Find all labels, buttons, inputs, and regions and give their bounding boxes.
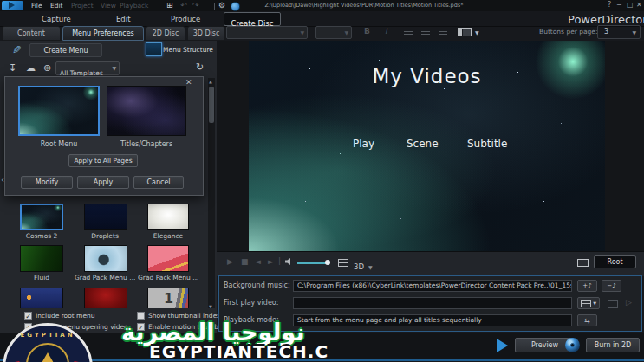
disc-menu-preview[interactable]: My Videos Play Scene Subtitle xyxy=(249,41,605,251)
watermark-logo-arc-text: EGYPTIAN xyxy=(5,332,90,339)
pencil-icon: ✎ xyxy=(12,43,22,56)
volume-slider-knob[interactable] xyxy=(325,260,330,265)
settings-gear-icon[interactable]: ⚙ xyxy=(218,1,225,10)
menu-item-play[interactable]: Play xyxy=(353,138,374,150)
modify-label: Modify xyxy=(36,178,59,186)
checkbox-include-root-menu[interactable]: ✓ xyxy=(24,312,32,320)
buttons-per-page-dropdown[interactable]: 3 ▼ xyxy=(597,25,641,39)
menu-structure-button[interactable]: Menu Structure xyxy=(163,43,213,57)
font-size-dropdown: ▼ xyxy=(315,26,352,39)
tab-2d-disc[interactable]: 2D Disc xyxy=(146,26,185,41)
help-button[interactable]: ? xyxy=(608,1,611,9)
mode-tab-edit[interactable]: Edit xyxy=(116,15,130,23)
menu-view: View xyxy=(101,2,116,10)
playback-mode-input[interactable]: Start from the menu page and play all ti… xyxy=(293,314,572,326)
apply-label: Apply xyxy=(94,178,114,186)
close-button[interactable]: ✕ xyxy=(636,1,642,9)
first-play-video-input[interactable] xyxy=(293,297,572,309)
button-style-icon[interactable] xyxy=(458,28,472,36)
room-indicator xyxy=(205,3,215,10)
add-music-button[interactable]: +♪ xyxy=(577,280,597,292)
popup-thumb-root-menu[interactable] xyxy=(18,86,100,136)
cloud-icon[interactable]: ☁ xyxy=(26,62,36,74)
background-music-input[interactable]: C:\Program Files (x86)\CyberLink\templat… xyxy=(293,280,572,292)
popup-thumb-titles-chapters[interactable] xyxy=(107,86,186,136)
background-music-label: Background music: xyxy=(224,281,290,289)
menu-item-scene[interactable]: Scene xyxy=(407,138,439,150)
display-mode-icon[interactable] xyxy=(338,259,348,267)
template-thumb-gradpack2[interactable] xyxy=(147,245,189,272)
import-template-icon[interactable]: ↧ xyxy=(9,62,16,74)
playback-mode-button[interactable]: ⇆ xyxy=(577,314,597,326)
window-title: Z:\Upload\JDawe\Highlight Videos\PDR\Mot… xyxy=(260,2,468,9)
fullscreen-icon[interactable] xyxy=(577,259,589,267)
divider: | xyxy=(278,256,281,265)
create-menu-button[interactable]: Create Menu xyxy=(29,43,102,57)
menu-playback: Playback xyxy=(120,2,148,10)
mode-switch-icon: ⇆ xyxy=(584,317,590,325)
template-thumb-fluid[interactable] xyxy=(20,245,63,272)
preview-play-icon xyxy=(497,339,508,352)
3d-toggle[interactable]: 3D ▼ xyxy=(354,256,373,273)
app-logo-glyph xyxy=(9,2,15,9)
template-thumb-cosmos2[interactable] xyxy=(20,204,63,230)
tab-content-label: Content xyxy=(17,29,45,37)
apply-to-all-pages-button[interactable]: Apply to All Pages xyxy=(68,154,138,167)
cancel-label: Cancel xyxy=(146,178,170,186)
directorzone-icon[interactable]: ⊛ xyxy=(43,62,51,74)
menu-file[interactable]: File xyxy=(31,2,42,10)
popup-close-icon[interactable]: ✕ xyxy=(185,78,192,87)
template-thumb-elegance[interactable] xyxy=(147,204,189,230)
select-first-play-button[interactable]: ▼ xyxy=(577,297,600,309)
popup-thumb-label: Root Menu xyxy=(29,140,89,148)
template-thumb-droplets[interactable] xyxy=(84,204,127,230)
refresh-icon[interactable]: ↻ xyxy=(196,61,204,73)
pyramid-icon xyxy=(35,352,61,362)
countdown-digit: 1 xyxy=(164,290,173,307)
account-icon[interactable] xyxy=(231,2,240,11)
capture-screen-icon[interactable]: ⊞ xyxy=(166,1,173,10)
template-filter-dropdown[interactable]: All Templates ▼ xyxy=(55,61,120,75)
template-thumb-gradpack1[interactable] xyxy=(84,245,127,272)
popup-thumb-label: Titles/Chapters xyxy=(116,140,177,148)
cancel-button[interactable]: Cancel xyxy=(133,176,184,189)
scrollbar-thumb[interactable] xyxy=(209,87,214,123)
mode-tab-capture[interactable]: Capture xyxy=(42,15,71,23)
menu-item-subtitle[interactable]: Subtitle xyxy=(467,138,507,150)
scroll-up-icon[interactable]: ▲ xyxy=(209,79,212,84)
button-style-chevron-icon[interactable]: ▼ xyxy=(475,29,479,36)
align-left-icon xyxy=(404,29,413,36)
tab-menu-preferences[interactable]: Menu Preferences xyxy=(62,26,144,41)
mode-tab-produce[interactable]: Produce xyxy=(171,15,200,23)
template-label: Grad Pack Menu ... xyxy=(138,274,198,281)
tab-menu-preferences-label: Menu Preferences xyxy=(72,29,134,37)
remove-music-button[interactable]: −♪ xyxy=(602,280,621,292)
chevron-down-icon: ▼ xyxy=(632,29,636,36)
burn-in-2d-button[interactable]: Burn in 2D xyxy=(586,338,640,352)
volume-slider[interactable] xyxy=(297,262,329,264)
apply-button[interactable]: Apply xyxy=(77,176,129,189)
buttons-per-page-label: Buttons per page: xyxy=(539,28,598,36)
burn-disc-icon xyxy=(565,338,580,352)
app-window: File Edit Project View Playback ⊞ ↶ ↷ ⚙ … xyxy=(0,0,644,362)
minimize-button[interactable]: ─ xyxy=(617,1,621,9)
root-label: Root xyxy=(607,258,622,266)
menu-edit[interactable]: Edit xyxy=(50,2,63,10)
align-center-icon xyxy=(421,29,430,36)
previous-icon: ◄ xyxy=(255,257,261,266)
add-music-icon: +♪ xyxy=(582,282,591,289)
template-label: Grad Pack Menu ... xyxy=(75,274,135,281)
panel-collapse-arrow[interactable]: ‹ xyxy=(1,175,4,184)
create-menu-label: Create Menu xyxy=(43,47,88,55)
mode-tab-create-disc[interactable]: Create Disc xyxy=(224,12,281,26)
modify-button[interactable]: Modify xyxy=(21,176,73,189)
undo-icon: ↶ xyxy=(180,1,187,10)
menu-title[interactable]: My Videos xyxy=(249,65,605,87)
tab-content[interactable]: Content xyxy=(2,26,61,41)
tab-3d-disc[interactable]: 3D Disc xyxy=(187,26,225,41)
restore-button[interactable]: □ xyxy=(627,1,634,9)
root-button[interactable]: Root xyxy=(594,255,636,268)
burn-in-2d-label: Burn in 2D xyxy=(595,341,631,349)
italic-button: I xyxy=(385,27,387,36)
left-scrollbar[interactable]: ▲ ▼ xyxy=(208,78,215,310)
